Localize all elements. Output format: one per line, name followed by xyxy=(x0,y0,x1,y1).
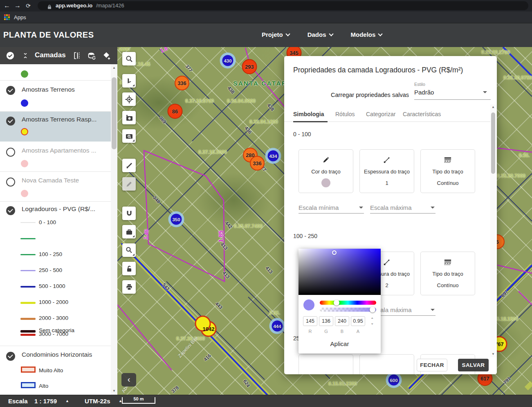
tab-categorizar[interactable]: Categorizar xyxy=(366,111,395,117)
chevron-down-icon[interactable] xyxy=(359,207,363,209)
scrollbar-thumb[interactable] xyxy=(491,112,495,174)
sidebar-scrollbar[interactable]: ▲ ▼ xyxy=(111,64,117,395)
scrollbar-thumb[interactable] xyxy=(112,77,117,149)
alpha-input[interactable] xyxy=(351,316,365,326)
chevron-down-icon[interactable] xyxy=(431,309,435,311)
unfold-less-icon[interactable] xyxy=(22,52,29,59)
layer-row[interactable]: Nova Camada Teste xyxy=(0,172,111,201)
map-marker[interactable]: 434 xyxy=(268,151,279,162)
status-bar: Escala 1 : 1759 ▲ UTM-22s ▲ 50 m xyxy=(0,395,532,407)
stroke-color-swatch[interactable] xyxy=(321,178,330,187)
reload-icon[interactable]: ⟳ xyxy=(24,1,33,10)
alpha-label: A xyxy=(351,329,365,334)
map-marker[interactable]: 336 xyxy=(175,76,189,90)
map-marker[interactable]: 293 xyxy=(242,59,257,74)
chevron-down-icon[interactable] xyxy=(431,207,435,209)
layer-checkbox[interactable] xyxy=(6,178,15,187)
stroke-type-card[interactable]: Tipo do traço Contínuo xyxy=(420,252,475,295)
tab-simbologia[interactable]: Simbologia xyxy=(293,111,324,117)
lock-button[interactable] xyxy=(122,262,136,275)
add-photo-button[interactable] xyxy=(122,111,136,124)
map-marker[interactable]: 444 xyxy=(272,321,283,332)
back-icon[interactable]: ← xyxy=(2,1,11,10)
locate-button[interactable] xyxy=(122,92,136,106)
dialog-scrollbar[interactable]: ▲ ▼ xyxy=(490,104,496,357)
green-input[interactable] xyxy=(319,316,333,326)
layer-row[interactable]: Condominios Horizontais Muito Alto Alto xyxy=(0,346,111,395)
map-marker[interactable]: 86 xyxy=(168,104,183,119)
stroke-color-card[interactable]: Cor do traço xyxy=(299,149,353,193)
layer-checkbox[interactable] xyxy=(6,148,15,157)
compare-layers-icon[interactable] xyxy=(73,52,81,60)
tab-caracteristicas[interactable]: Características xyxy=(403,111,441,117)
chevron-down-icon[interactable] xyxy=(483,91,487,93)
scroll-up-icon[interactable]: ▲ xyxy=(112,66,116,70)
red-input[interactable] xyxy=(303,316,317,326)
apps-label[interactable]: Apps xyxy=(14,14,26,20)
menu-modelos[interactable]: Modelos xyxy=(351,31,382,38)
layer-row[interactable]: Amostras Terrenos xyxy=(0,81,111,111)
layer-row[interactable]: Logradouros - PVG (R$/... 0 - 100 100 - … xyxy=(0,202,111,346)
blue-input[interactable] xyxy=(335,316,349,326)
print-button[interactable] xyxy=(122,280,136,294)
address-bar[interactable]: app.webgeo.io /mapa/1426 xyxy=(38,1,528,10)
menu-dados[interactable]: Dados xyxy=(308,31,333,38)
scale-max-select[interactable]: Escala máxima xyxy=(370,204,412,211)
gps-locate-icon xyxy=(125,95,133,103)
layer-checkbox[interactable] xyxy=(6,86,15,95)
tab-rotulos[interactable]: Rótulos xyxy=(335,111,355,117)
alpha-handle[interactable] xyxy=(370,307,375,313)
layer-checkbox[interactable] xyxy=(6,352,15,361)
submenu-corner-icon xyxy=(132,84,135,86)
menu-projeto[interactable]: Projeto xyxy=(262,31,290,38)
apply-button[interactable]: Aplicar xyxy=(299,340,381,347)
saturation-area[interactable] xyxy=(299,249,381,295)
tools-button[interactable] xyxy=(122,225,136,238)
map-marker[interactable]: 600 xyxy=(388,375,400,386)
zoom-area-button[interactable] xyxy=(122,129,136,143)
legend-line xyxy=(20,238,36,239)
layer-swatch xyxy=(21,128,28,135)
style-select-value[interactable]: Padrão xyxy=(414,89,434,96)
scale-min-select[interactable]: Escala mínima xyxy=(299,204,339,211)
saturation-handle[interactable] xyxy=(332,250,337,255)
scroll-down-icon[interactable]: ▼ xyxy=(112,389,116,393)
hue-handle[interactable] xyxy=(334,300,339,306)
stroke-width-card[interactable]: Espessura do traço 1 xyxy=(359,149,414,193)
layer-checkbox[interactable] xyxy=(6,206,15,215)
layer-row-selected[interactable]: Amostras Terrenos Rasp... xyxy=(0,112,111,142)
stroke-width-card[interactable] xyxy=(359,354,414,374)
stroke-type-card[interactable]: Tipo do traço Contínuo xyxy=(420,149,475,193)
alpha-slider[interactable] xyxy=(320,308,376,312)
add-layer-icon[interactable] xyxy=(102,52,111,61)
map-marker[interactable]: 336 xyxy=(250,156,265,171)
format-stepper[interactable]: ⌃⌄ xyxy=(370,317,374,325)
forward-icon[interactable]: → xyxy=(13,1,22,10)
snap-button[interactable] xyxy=(122,207,136,220)
close-button[interactable]: FECHAR xyxy=(417,359,447,371)
projection-value[interactable]: UTM-22s xyxy=(85,398,110,405)
map-marker[interactable]: 1042 xyxy=(201,321,217,337)
query-button[interactable] xyxy=(122,243,136,257)
scroll-down-icon[interactable]: ▼ xyxy=(492,352,495,356)
map-marker[interactable]: 430 xyxy=(222,55,233,66)
search-button[interactable] xyxy=(122,52,136,65)
scroll-up-icon[interactable]: ▲ xyxy=(492,105,495,109)
map-marker[interactable]: 350 xyxy=(171,214,182,225)
layer-checkbox[interactable] xyxy=(6,117,15,126)
parcel-label: 0.35.04.1200 xyxy=(249,119,278,125)
load-saved-properties[interactable]: Carregar propriedades salvas xyxy=(320,92,409,98)
measure-button[interactable] xyxy=(122,159,136,172)
save-button[interactable]: SALVAR xyxy=(458,359,489,371)
stroke-color-card[interactable] xyxy=(299,354,353,374)
zoom-area-icon xyxy=(125,132,133,140)
hue-slider[interactable] xyxy=(320,301,376,305)
apps-grid-icon[interactable] xyxy=(4,14,10,20)
scale-toggle-icon[interactable]: ▲ xyxy=(65,399,69,403)
database-sync-icon[interactable] xyxy=(87,52,96,61)
check-circle-icon[interactable] xyxy=(6,51,15,60)
layer-row[interactable]: Amostras Apartamentos ... xyxy=(0,142,111,171)
basemap-bing-button[interactable] xyxy=(122,74,136,88)
scale-value[interactable]: 1 : 1759 xyxy=(34,398,57,405)
sidebar-collapse-button[interactable]: ‹ xyxy=(121,373,136,387)
